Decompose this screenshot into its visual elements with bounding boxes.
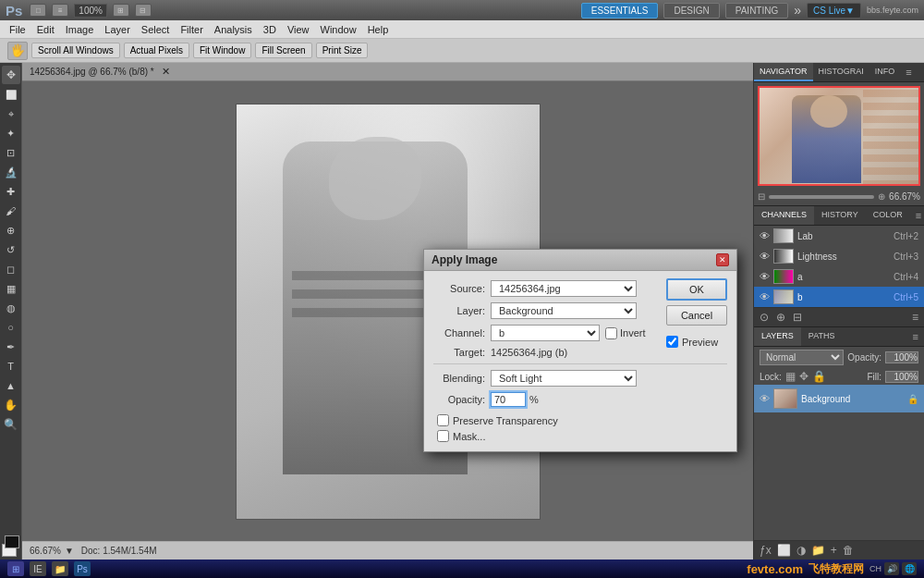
cs-live-btn[interactable]: CS Live▼ [807, 3, 861, 18]
top-icon-2[interactable]: ≡ [52, 4, 68, 17]
tool-pen[interactable]: ✒ [2, 338, 20, 356]
tool-crop[interactable]: ⊡ [2, 143, 20, 162]
tool-eyedropper[interactable]: 🔬 [2, 163, 20, 181]
tab-paths[interactable]: PATHS [801, 327, 843, 346]
tool-gradient[interactable]: ▦ [2, 279, 20, 298]
tool-wand[interactable]: ✦ [2, 124, 20, 142]
channel-row-a[interactable]: 👁 a Ctrl+4 [754, 266, 924, 287]
print-size-btn[interactable]: Print Size [316, 43, 369, 58]
nav-zoom-slider[interactable] [769, 195, 874, 199]
more-tabs-icon[interactable]: » [794, 3, 801, 18]
blend-mode-dropdown[interactable]: Normal Normal [760, 350, 844, 365]
menu-3d[interactable]: 3D [258, 22, 282, 37]
preserve-transparency-checkbox[interactable] [437, 414, 449, 426]
top-icon-3[interactable]: ⊞ [113, 4, 129, 17]
tab-layers[interactable]: LAYERS [754, 327, 801, 346]
tool-shape[interactable]: ▲ [2, 376, 20, 395]
layers-options-icon[interactable]: ≡ [907, 327, 924, 346]
top-icon-1[interactable]: □ [30, 4, 46, 17]
tool-eraser[interactable]: ◻ [2, 260, 20, 278]
tool-dodge[interactable]: ○ [2, 318, 20, 337]
taskbar-icon-2[interactable]: 📁 [52, 561, 68, 576]
menu-analysis[interactable]: Analysis [209, 22, 258, 37]
menu-filter[interactable]: Filter [175, 22, 208, 37]
cancel-button[interactable]: Cancel [666, 305, 727, 326]
menu-view[interactable]: View [282, 22, 315, 37]
tool-clone[interactable]: ⊕ [2, 221, 20, 240]
tab-essentials[interactable]: ESSENTIALS [581, 3, 659, 18]
lock-pixels-icon[interactable]: ▦ [785, 370, 796, 383]
tool-healing[interactable]: ✚ [2, 182, 20, 201]
opacity-input[interactable] [885, 351, 918, 363]
ch-icon-1[interactable]: ⊙ [760, 311, 769, 324]
layer-delete-icon[interactable]: 🗑 [843, 544, 854, 557]
actual-pixels-btn[interactable]: Actual Pixels [124, 43, 189, 58]
menu-layer[interactable]: Layer [99, 22, 136, 37]
ch-icon-2[interactable]: ⊕ [776, 311, 785, 324]
layer-dropdown[interactable]: Background [491, 302, 637, 319]
hand-tool-icon[interactable]: 🖐 [7, 42, 28, 60]
layer-fx-icon[interactable]: ƒx [760, 544, 772, 557]
channel-row-lightness[interactable]: 👁 Lightness Ctrl+3 [754, 246, 924, 266]
channel-row-b[interactable]: 👁 b Ctrl+5 [754, 287, 924, 307]
menu-image[interactable]: Image [60, 22, 100, 37]
menu-file[interactable]: File [4, 22, 31, 37]
menu-edit[interactable]: Edit [31, 22, 60, 37]
channel-eye-lightness[interactable]: 👁 [760, 251, 770, 262]
layer-row-background[interactable]: 👁 Background 🔒 [754, 385, 924, 412]
opacity-field[interactable] [491, 392, 526, 407]
menu-window[interactable]: Window [315, 22, 362, 37]
tab-design[interactable]: DESIGN [663, 3, 719, 18]
tool-move[interactable]: ✥ [2, 66, 20, 84]
tab-info[interactable]: INFO [869, 63, 901, 81]
ch-icon-4[interactable]: ≡ [912, 311, 918, 324]
layer-mask-icon[interactable]: ⬜ [777, 544, 791, 557]
tab-navigator[interactable]: NAVIGATOR [754, 63, 813, 81]
fill-input[interactable] [885, 371, 918, 383]
tab-histogram[interactable]: HISTOGRAI [813, 63, 869, 81]
invert-checkbox[interactable] [605, 327, 617, 339]
channel-eye-b[interactable]: 👁 [760, 291, 770, 302]
channel-eye-a[interactable]: 👁 [760, 271, 770, 282]
tool-blur[interactable]: ◍ [2, 299, 20, 317]
layer-adj-icon[interactable]: ◑ [796, 544, 806, 557]
channel-row-lab[interactable]: 👁 Lab Ctrl+2 [754, 226, 924, 246]
ok-button[interactable]: OK [666, 278, 727, 301]
tool-brush[interactable]: 🖌 [2, 202, 20, 220]
tab-painting[interactable]: PAINTING [725, 3, 788, 18]
tool-text[interactable]: T [2, 357, 20, 375]
panel-options-icon[interactable]: ≡ [900, 63, 917, 81]
layer-group-icon[interactable]: 📁 [811, 544, 825, 557]
tool-marquee[interactable]: ⬜ [2, 85, 20, 104]
menu-help[interactable]: Help [362, 22, 395, 37]
dialog-close-btn[interactable]: ✕ [716, 253, 729, 266]
fg-color[interactable] [5, 535, 19, 548]
taskbar-ps-icon[interactable]: Ps [74, 561, 91, 576]
tab-channels[interactable]: CHANNELS [754, 206, 814, 225]
taskbar-icon-1[interactable]: IE [30, 561, 46, 576]
tab-color[interactable]: COLOR [866, 206, 910, 225]
tool-history[interactable]: ↺ [2, 240, 20, 259]
source-dropdown[interactable]: 14256364.jpg [491, 280, 637, 297]
preview-checkbox[interactable] [666, 336, 678, 348]
layer-new-icon[interactable]: + [831, 544, 837, 557]
ch-icon-3[interactable]: ⊟ [793, 311, 802, 324]
blending-dropdown[interactable]: Soft Light [491, 370, 637, 387]
channel-dropdown[interactable]: b [491, 325, 600, 341]
lock-all-icon[interactable]: 🔒 [812, 370, 826, 383]
tool-zoom[interactable]: 🔍 [2, 415, 20, 434]
lock-position-icon[interactable]: ✥ [799, 370, 808, 383]
fit-window-btn[interactable]: Fit Window [193, 43, 251, 58]
channels-options-icon[interactable]: ≡ [910, 206, 924, 225]
layer-eye-icon[interactable]: 👁 [760, 393, 770, 404]
top-icon-4[interactable]: ⊟ [135, 4, 152, 17]
start-button[interactable]: ⊞ [7, 561, 24, 576]
canvas-tab-close[interactable]: ✕ [162, 66, 170, 78]
panel-close-icon[interactable]: ✕ [918, 63, 924, 81]
channel-eye-lab[interactable]: 👁 [760, 230, 770, 241]
scroll-all-windows-btn[interactable]: Scroll All Windows [31, 43, 120, 58]
tool-hand[interactable]: ✋ [2, 396, 20, 414]
mask-checkbox[interactable] [437, 430, 449, 442]
menu-select[interactable]: Select [136, 22, 176, 37]
fill-screen-btn[interactable]: Fill Screen [255, 43, 311, 58]
